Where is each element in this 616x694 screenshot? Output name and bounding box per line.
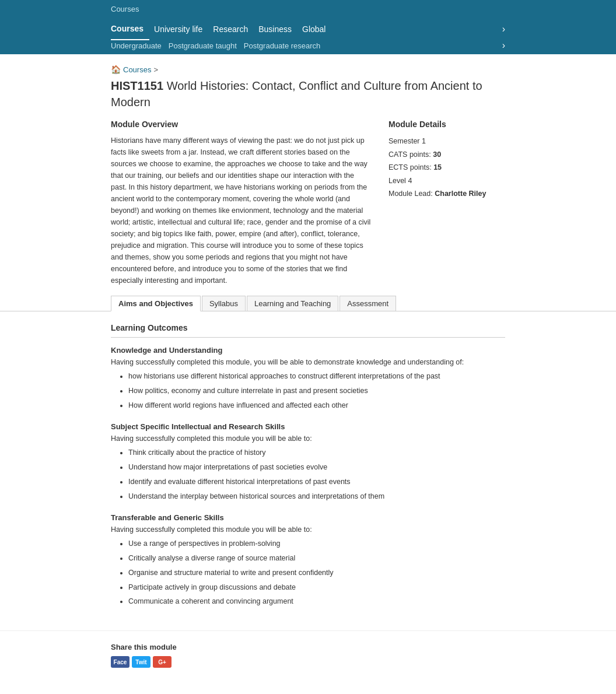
knowledge-intro: Having successfully completed this modul… [111,358,505,366]
list-item: Critically analyse a diverse range of so… [128,553,505,564]
google-share-button[interactable]: G+ [153,656,172,668]
subject-skills-section: Subject Specific Intellectual and Resear… [111,422,505,502]
cats-label: CATS points: [388,150,431,159]
nav-research[interactable]: Research [213,19,254,40]
module-details-heading: Module Details [388,120,505,129]
tab-assessment[interactable]: Assessment [340,296,396,311]
list-item: Participate actively in group discussion… [128,582,505,593]
level-val: 4 [408,177,412,185]
transferable-skills-bullets: Use a range of perspectives in problem-s… [128,538,505,607]
tab-aims-objectives[interactable]: Aims and Objectives [111,296,201,311]
subnav-postgraduate-research[interactable]: Postgraduate research [244,41,321,50]
share-icons: Face Twit G+ [111,656,505,668]
right-column: Module Details Semester 1 CATS points: 3… [388,120,505,286]
knowledge-section: Knowledge and Understanding Having succe… [111,346,505,411]
nav-courses[interactable]: Courses [111,18,149,40]
ects-label: ECTS points: [388,163,432,171]
left-column: Module Overview Historians have many dif… [111,120,371,286]
semester-row: Semester 1 [388,135,505,148]
breadcrumb: 🏠 Courses > [0,54,616,78]
subnav-postgraduate-taught[interactable]: Postgraduate taught [169,41,237,50]
transferable-skills-section: Transferable and Generic Skills Having s… [111,513,505,607]
lead-label: Module Lead: [388,190,433,198]
tab-learning-teaching[interactable]: Learning and Teaching [247,296,338,311]
twitter-share-button[interactable]: Twit [132,656,150,668]
list-item: Think critically about the practice of h… [128,447,505,458]
list-item: Organise and structure material to write… [128,567,505,579]
divider [111,337,505,338]
list-item: Identify and evaluate different historic… [128,476,505,488]
share-section: Share this module Face Twit G+ [0,630,616,679]
tabs-area: Aims and Objectives Syllabus Learning an… [0,286,616,311]
share-heading: Share this module [111,643,505,651]
cats-value: 30 [433,150,441,159]
level-row: Level 4 [388,174,505,188]
nav-global[interactable]: Global [302,19,331,40]
nav-chevron: › [502,24,505,34]
module-code: HIST1151 [111,79,163,92]
ects-row: ECTS points: 15 [388,161,505,174]
list-item: How different world regions have influen… [128,400,505,411]
nav-business[interactable]: Business [258,19,298,40]
lead-value: Charlotte Riley [435,190,486,198]
cats-row: CATS points: 30 [388,148,505,162]
main-content: Learning Outcomes Knowledge and Understa… [0,311,616,630]
list-item: Understand the interplay between histori… [128,491,505,502]
list-item: Communicate a coherent and convincing ar… [128,596,505,607]
learning-outcomes-heading: Learning Outcomes [111,323,505,332]
subject-skills-heading: Subject Specific Intellectual and Resear… [111,422,505,431]
breadcrumb-separator: > [153,65,158,74]
knowledge-bullets: how historians use different historical … [128,371,505,411]
semester-value: Semester 1 [388,137,426,145]
knowledge-heading: Knowledge and Understanding [111,346,505,355]
transferable-skills-heading: Transferable and Generic Skills [111,513,505,522]
tab-syllabus[interactable]: Syllabus [202,296,246,311]
nav-university-life[interactable]: University life [154,19,208,40]
list-item: How politics, economy and culture interr… [128,385,505,397]
home-icon: 🏠 [111,65,121,74]
list-item: how historians use different historical … [128,371,505,382]
list-item: Use a range of perspectives in problem-s… [128,538,505,549]
subnav-undergraduate[interactable]: Undergraduate [111,41,162,50]
ects-value: 15 [433,163,442,171]
transferable-skills-intro: Having successfully completed this modul… [111,525,505,534]
sub-nav: Undergraduate Postgraduate taught Postgr… [0,40,616,54]
breadcrumb-courses[interactable]: Courses [123,65,151,74]
level-label: Level [388,177,406,185]
lead-row: Module Lead: Charlotte Riley [388,187,505,201]
subject-skills-intro: Having successfully completed this modul… [111,434,505,443]
courses-top-link[interactable]: Courses [0,0,616,18]
page-title: HIST1151 World Histories: Contact, Confl… [111,78,505,110]
content-area: Module Overview Historians have many dif… [0,120,616,286]
module-details: Semester 1 CATS points: 30 ECTS points: … [388,135,505,201]
subject-skills-bullets: Think critically about the practice of h… [128,447,505,502]
module-overview-text: Historians have many different ways of v… [111,135,371,286]
main-nav: Courses University life Research Busines… [0,18,616,40]
page-title-area: HIST1151 World Histories: Contact, Confl… [0,78,616,120]
module-overview-heading: Module Overview [111,120,371,129]
module-title-text: World Histories: Contact, Conflict and C… [111,79,482,108]
list-item: Understand how major interpretations of … [128,462,505,473]
facebook-share-button[interactable]: Face [111,656,130,668]
subnav-chevron: › [502,40,505,51]
